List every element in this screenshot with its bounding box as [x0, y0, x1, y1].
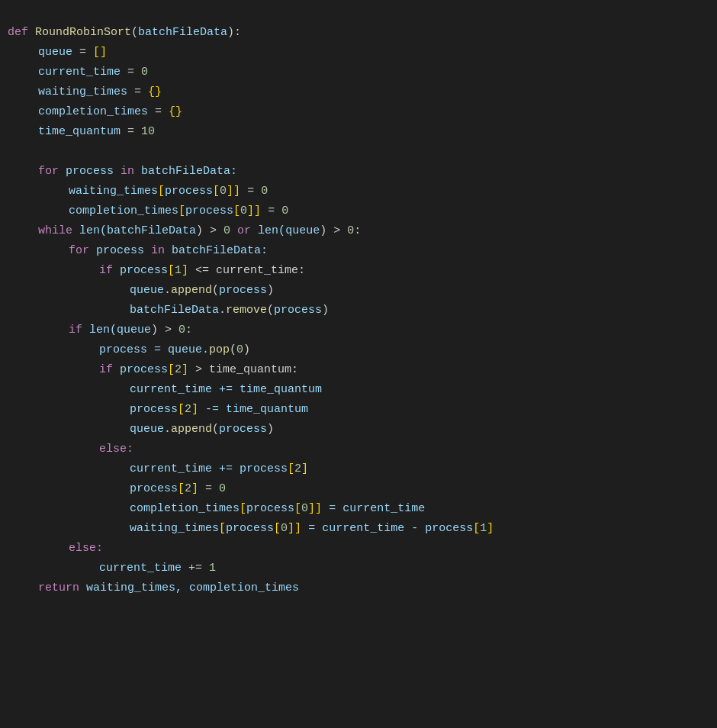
token: queue: [130, 420, 164, 439]
token: RoundRobinSort: [35, 24, 131, 42]
token: =: [121, 123, 141, 141]
token: ) >: [196, 222, 223, 240]
token: 0: [178, 321, 185, 340]
token: {: [148, 83, 155, 101]
token: pop: [209, 341, 230, 359]
token: ]: [315, 500, 322, 518]
token: 0: [301, 500, 308, 518]
token: completion_times: [69, 202, 178, 221]
code-line: queue = []: [8, 43, 709, 63]
token: 1: [209, 559, 216, 578]
token: ]: [182, 262, 188, 280]
token: -= time_quantum: [198, 401, 308, 419]
code-line: time_quantum = 10: [8, 122, 709, 142]
token: in: [121, 163, 134, 181]
token: = current_time: [322, 500, 425, 518]
token: ]: [254, 202, 261, 221]
token: batchFileData:: [165, 242, 268, 260]
token: len(: [82, 321, 117, 340]
token: [28, 24, 35, 42]
token: ) >: [151, 321, 178, 340]
token: {: [169, 103, 175, 121]
code-line: current_time = 0: [8, 63, 709, 82]
code-line: [8, 142, 709, 162]
code-line: waiting_times[process[0]] = 0: [8, 182, 709, 201]
token: remove: [226, 301, 267, 320]
code-line: else:: [8, 539, 709, 559]
token: or: [230, 222, 251, 240]
code-line: current_time += time_quantum: [8, 380, 709, 400]
code-line: else:: [8, 440, 709, 459]
code-line: for process in batchFileData:: [8, 162, 709, 182]
token: 1: [175, 262, 182, 280]
token: process: [165, 182, 213, 201]
token: ]: [191, 480, 198, 498]
token: 0: [281, 520, 288, 538]
token: ]: [227, 182, 233, 201]
token: waiting_times: [38, 83, 127, 101]
token: ) >: [320, 222, 347, 240]
token: process: [219, 420, 267, 439]
token: ]: [191, 401, 198, 419]
code-line: process = queue.pop(0): [8, 340, 709, 360]
token: [: [168, 262, 175, 280]
token: batchFileData: [138, 24, 227, 42]
code-line: waiting_times[process[0]] = current_time…: [8, 519, 709, 539]
token: 2: [294, 460, 301, 478]
token: [: [178, 480, 185, 498]
token: ]: [308, 500, 315, 518]
token: batchFileData:: [134, 163, 237, 181]
token: += process: [212, 460, 288, 478]
token: append: [171, 420, 212, 439]
code-block: def RoundRobinSort(batchFileData):queue …: [8, 15, 709, 606]
token: process: [113, 361, 168, 379]
token: process: [130, 401, 178, 419]
token: [: [219, 520, 226, 538]
token: process: [226, 520, 274, 538]
token: 2: [185, 480, 191, 498]
token: else:: [69, 540, 103, 558]
token: += time_quantum: [212, 381, 322, 399]
token: completion_times: [130, 500, 240, 518]
token: len(: [72, 222, 107, 240]
token: ): [243, 341, 250, 359]
code-line: if len(queue) > 0:: [8, 321, 709, 340]
token: if: [99, 361, 113, 379]
token: completion_times: [38, 103, 148, 121]
token: (: [230, 341, 236, 359]
token: [: [294, 500, 301, 518]
token: [: [158, 182, 165, 201]
token: return: [38, 579, 79, 598]
token: ]: [294, 520, 301, 538]
token: 2: [185, 401, 191, 419]
token: for: [38, 163, 59, 181]
token: process: [89, 242, 151, 260]
token: ]: [288, 520, 294, 538]
token: =: [72, 43, 93, 62]
token: [: [240, 500, 246, 518]
token: 0: [141, 63, 148, 82]
code-line: while len(batchFileData) > 0 or len(queu…: [8, 221, 709, 241]
token: append: [171, 282, 212, 300]
token: [: [168, 361, 175, 379]
token: else:: [99, 440, 133, 459]
token: process: [274, 301, 322, 320]
token: 1: [480, 520, 487, 538]
token: [: [213, 182, 220, 201]
token: [: [274, 520, 281, 538]
token: ]: [233, 182, 240, 201]
code-line: waiting_times = {}: [8, 82, 709, 102]
token: [: [178, 401, 185, 419]
code-line: def RoundRobinSort(batchFileData):: [8, 23, 709, 43]
token: ):: [227, 24, 241, 42]
code-line: completion_times[process[0]] = 0: [8, 201, 709, 221]
token: = current_time - process: [301, 520, 473, 538]
token: [: [178, 202, 185, 221]
code-line: process[2] -= time_quantum: [8, 400, 709, 420]
token: for: [69, 242, 89, 260]
token: ]: [301, 460, 308, 478]
token: 0: [347, 222, 354, 240]
token: .: [164, 282, 171, 300]
token: queue: [117, 321, 151, 340]
code-line: current_time += process[2]: [8, 459, 709, 479]
